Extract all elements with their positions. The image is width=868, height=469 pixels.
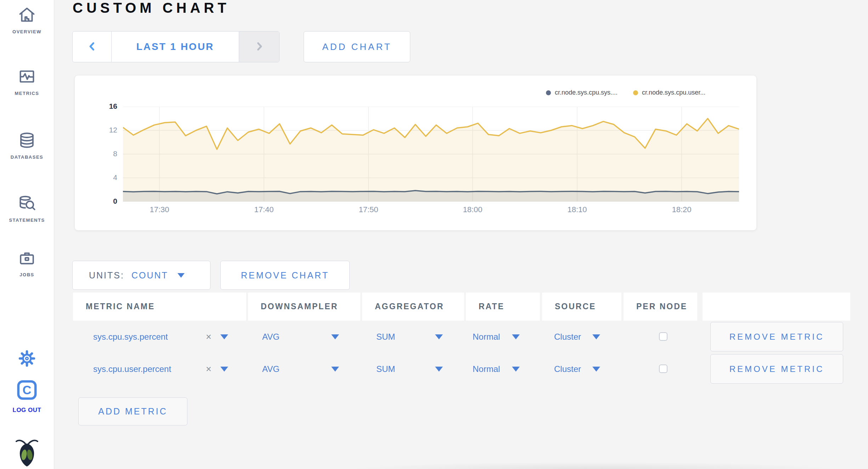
- custom-chart-page: OVERVIEWMETRICSDATABASESSTATEMENTSJOBS: [0, 0, 868, 469]
- aggregator-caret-icon[interactable]: [435, 334, 443, 339]
- y-axis-tick-label: 8: [85, 149, 117, 158]
- home-icon: [0, 6, 54, 26]
- add-metric-button[interactable]: ADD METRIC: [78, 397, 187, 425]
- aggregator-caret-icon[interactable]: [435, 367, 443, 372]
- source-caret-icon[interactable]: [592, 367, 600, 372]
- per-node-checkbox[interactable]: [659, 365, 667, 373]
- chart-panel: cr.node.sys.cpu.sys....cr.node.sys.cpu.u…: [74, 75, 757, 231]
- units-dropdown[interactable]: UNITS: COUNT: [72, 261, 210, 290]
- downsampler-select[interactable]: AVG: [262, 364, 280, 374]
- rate-caret-icon[interactable]: [512, 367, 520, 372]
- legend-label: cr.node.sys.cpu.sys....: [555, 89, 618, 96]
- x-axis-tick-label: 17:50: [347, 205, 390, 214]
- sidebar-logo: [0, 436, 54, 469]
- downsampler-select[interactable]: AVG: [262, 332, 280, 342]
- jobs-icon: [0, 249, 54, 269]
- x-axis-tick-label: 18:20: [660, 205, 703, 214]
- remove-metric-button[interactable]: REMOVE METRIC: [710, 354, 843, 384]
- bottom-scroll-shadow: [319, 460, 868, 469]
- add-chart-button[interactable]: ADD CHART: [304, 31, 410, 62]
- legend-dot-icon: [546, 90, 551, 95]
- svg-text:C: C: [23, 383, 32, 397]
- table-header-source: SOURCE: [542, 293, 621, 321]
- y-axis-tick-label: 16: [85, 102, 117, 111]
- time-range-next-button[interactable]: [239, 32, 279, 62]
- logout-label: LOG OUT: [0, 407, 54, 414]
- sidebar-item-label: METRICS: [0, 91, 54, 96]
- rate-select[interactable]: Normal: [473, 364, 500, 374]
- x-axis-tick-label: 17:30: [138, 205, 181, 214]
- metric-name-select[interactable]: sys.cpu.sys.percent: [93, 332, 168, 342]
- sidebar-item-jobs[interactable]: JOBS: [0, 249, 54, 277]
- sidebar-item-databases[interactable]: DATABASES: [0, 131, 54, 160]
- legend-item[interactable]: cr.node.sys.cpu.user...: [633, 89, 705, 96]
- sidebar-item-label: STATEMENTS: [0, 217, 54, 223]
- sidebar-item-label: OVERVIEW: [0, 29, 54, 34]
- downsampler-caret-icon[interactable]: [331, 367, 339, 372]
- time-range-selector: LAST 1 HOUR: [72, 31, 280, 62]
- table-header-downsampler: DOWNSAMPLER: [248, 293, 360, 321]
- remove-metric-button[interactable]: REMOVE METRIC: [710, 322, 843, 351]
- sidebar-item-label: DATABASES: [0, 154, 54, 160]
- metric-row: sys.cpu.user.percent×AVGSUMNormalCluster…: [0, 353, 868, 385]
- x-axis-tick-label: 18:10: [556, 205, 598, 214]
- time-range-prev-button[interactable]: [73, 32, 112, 62]
- remove-chart-button[interactable]: REMOVE CHART: [220, 261, 350, 290]
- time-range-label-button[interactable]: LAST 1 HOUR: [112, 32, 239, 62]
- sidebar-item-overview[interactable]: OVERVIEW: [0, 6, 54, 34]
- metric-name-caret-icon[interactable]: [220, 334, 228, 339]
- chevron-right-icon: [253, 40, 265, 53]
- x-axis-tick-label: 17:40: [243, 205, 285, 214]
- cpu-metrics-chart: [123, 107, 739, 202]
- table-header-rate: RATE: [466, 293, 540, 321]
- chart-legend: cr.node.sys.cpu.sys....cr.node.sys.cpu.u…: [546, 89, 705, 96]
- table-header-actions: [703, 293, 850, 321]
- rate-caret-icon[interactable]: [512, 334, 520, 339]
- source-select[interactable]: Cluster: [554, 364, 581, 374]
- chevron-down-icon: [177, 273, 185, 278]
- metric-name-caret-icon[interactable]: [220, 367, 228, 372]
- legend-dot-icon: [633, 90, 638, 95]
- sidebar-item-label: JOBS: [0, 272, 54, 277]
- downsampler-caret-icon[interactable]: [331, 334, 339, 339]
- table-header-label: PER NODE: [636, 302, 687, 311]
- y-axis-tick-label: 12: [85, 126, 117, 134]
- source-caret-icon[interactable]: [592, 334, 600, 339]
- table-header-metric-name: METRIC NAME: [73, 293, 246, 321]
- metric-name-select[interactable]: sys.cpu.user.percent: [93, 364, 171, 374]
- y-axis-tick-label: 0: [85, 197, 117, 205]
- x-axis-tick-label: 18:00: [451, 205, 494, 214]
- y-axis-tick-label: 4: [85, 173, 117, 182]
- table-header-label: RATE: [479, 302, 505, 311]
- table-header-label: SOURCE: [555, 302, 596, 311]
- metrics-icon: [0, 67, 54, 87]
- rate-select[interactable]: Normal: [473, 332, 500, 342]
- per-node-checkbox[interactable]: [659, 332, 667, 341]
- table-header-label: AGGREGATOR: [375, 302, 444, 311]
- table-header-per-node: PER NODE: [624, 293, 697, 321]
- table-header-label: DOWNSAMPLER: [261, 302, 338, 311]
- chevron-left-icon: [86, 40, 98, 53]
- clear-metric-x-icon[interactable]: ×: [206, 363, 212, 374]
- legend-label: cr.node.sys.cpu.user...: [642, 89, 705, 96]
- metric-row: sys.cpu.sys.percent×AVGSUMNormalClusterR…: [0, 321, 868, 353]
- cockroachdb-bug-logo: [0, 436, 54, 469]
- page-title: CUSTOM CHART: [73, 0, 230, 16]
- aggregator-select[interactable]: SUM: [376, 332, 395, 342]
- sidebar: OVERVIEWMETRICSDATABASESSTATEMENTSJOBS: [0, 0, 54, 469]
- table-header-label: METRIC NAME: [86, 302, 155, 311]
- units-value: COUNT: [131, 270, 168, 281]
- source-select[interactable]: Cluster: [554, 332, 581, 342]
- aggregator-select[interactable]: SUM: [376, 364, 395, 374]
- table-header-aggregator: AGGREGATOR: [362, 293, 464, 321]
- time-range-label: LAST 1 HOUR: [136, 41, 214, 52]
- clear-metric-x-icon[interactable]: ×: [206, 331, 212, 342]
- statements-icon: [0, 194, 54, 214]
- sidebar-item-metrics[interactable]: METRICS: [0, 67, 54, 96]
- databases-icon: [0, 131, 54, 151]
- units-prefix-label: UNITS:: [89, 270, 124, 281]
- sidebar-item-statements[interactable]: STATEMENTS: [0, 194, 54, 223]
- legend-item[interactable]: cr.node.sys.cpu.sys....: [546, 89, 618, 96]
